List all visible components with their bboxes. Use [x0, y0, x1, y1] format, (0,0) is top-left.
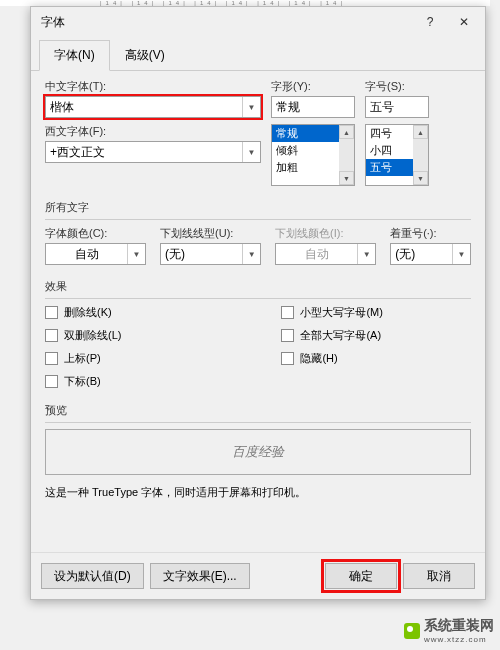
checkbox-icon [45, 329, 58, 342]
cancel-button[interactable]: 取消 [403, 563, 475, 589]
watermark-url: www.xtzz.com [424, 635, 494, 644]
checkbox-icon [281, 306, 294, 319]
preview-label: 预览 [45, 403, 471, 418]
effects-label: 效果 [45, 279, 471, 294]
font-color-value: 自动 [46, 246, 127, 263]
tabs: 字体(N) 高级(V) [31, 39, 485, 71]
hidden-checkbox[interactable]: 隐藏(H) [281, 351, 383, 366]
text-effects-button[interactable]: 文字效果(E)... [150, 563, 250, 589]
style-value: 常规 [272, 99, 354, 116]
underline-combo[interactable]: (无) ▼ [160, 243, 261, 265]
preview-sample: 百度经验 [232, 443, 284, 461]
underline-color-combo: 自动 ▼ [275, 243, 376, 265]
emphasis-label: 着重号(·): [390, 226, 471, 241]
dialog-title: 字体 [41, 14, 413, 31]
style-input[interactable]: 常规 [271, 96, 355, 118]
font-dialog: 字体 ? ✕ 字体(N) 高级(V) 中文字体(T): 楷体 ▼ 字形(Y): … [30, 6, 486, 600]
scroll-down-icon[interactable]: ▼ [413, 171, 428, 185]
help-button[interactable]: ? [413, 9, 447, 35]
logo-icon [404, 623, 420, 639]
scrollbar[interactable]: ▲ ▼ [339, 125, 354, 185]
watermark-text: 系统重装网 [424, 617, 494, 635]
underline-color-value: 自动 [276, 246, 357, 263]
cn-font-label: 中文字体(T): [45, 79, 261, 94]
chevron-down-icon[interactable]: ▼ [242, 244, 260, 264]
scroll-up-icon[interactable]: ▲ [339, 125, 354, 139]
underline-value: (无) [161, 246, 242, 263]
set-default-button[interactable]: 设为默认值(D) [41, 563, 144, 589]
ok-button[interactable]: 确定 [325, 563, 397, 589]
size-input[interactable]: 五号 [365, 96, 429, 118]
tab-advanced[interactable]: 高级(V) [110, 40, 180, 71]
chevron-down-icon[interactable]: ▼ [242, 97, 260, 117]
emphasis-value: (无) [391, 246, 452, 263]
subscript-checkbox[interactable]: 下标(B) [45, 374, 121, 389]
font-color-label: 字体颜色(C): [45, 226, 146, 241]
chevron-down-icon[interactable]: ▼ [242, 142, 260, 162]
scroll-down-icon[interactable]: ▼ [339, 171, 354, 185]
western-font-combo[interactable]: +西文正文 ▼ [45, 141, 261, 163]
cn-font-value: 楷体 [46, 99, 242, 116]
font-color-combo[interactable]: 自动 ▼ [45, 243, 146, 265]
western-font-label: 西文字体(F): [45, 124, 261, 139]
chevron-down-icon[interactable]: ▼ [452, 244, 470, 264]
checkbox-icon [45, 375, 58, 388]
scrollbar[interactable]: ▲ ▼ [413, 125, 428, 185]
scroll-up-icon[interactable]: ▲ [413, 125, 428, 139]
checkbox-icon [45, 306, 58, 319]
titlebar: 字体 ? ✕ [31, 7, 485, 37]
double-strike-checkbox[interactable]: 双删除线(L) [45, 328, 121, 343]
style-list[interactable]: 常规 倾斜 加粗 ▲ ▼ [271, 124, 355, 186]
style-label: 字形(Y): [271, 79, 355, 94]
size-label: 字号(S): [365, 79, 429, 94]
checkbox-icon [281, 329, 294, 342]
font-description: 这是一种 TrueType 字体，同时适用于屏幕和打印机。 [45, 485, 471, 500]
cn-font-combo[interactable]: 楷体 ▼ [45, 96, 261, 118]
underline-label: 下划线线型(U): [160, 226, 261, 241]
superscript-checkbox[interactable]: 上标(P) [45, 351, 121, 366]
underline-color-label: 下划线颜色(I): [275, 226, 376, 241]
checkbox-icon [45, 352, 58, 365]
preview-box: 百度经验 [45, 429, 471, 475]
all-text-label: 所有文字 [45, 200, 471, 215]
footer: 设为默认值(D) 文字效果(E)... 确定 取消 [31, 552, 485, 599]
tab-font[interactable]: 字体(N) [39, 40, 110, 71]
allcaps-checkbox[interactable]: 全部大写字母(A) [281, 328, 383, 343]
strike-checkbox[interactable]: 删除线(K) [45, 305, 121, 320]
emphasis-combo[interactable]: (无) ▼ [390, 243, 471, 265]
smallcaps-checkbox[interactable]: 小型大写字母(M) [281, 305, 383, 320]
checkbox-icon [281, 352, 294, 365]
watermark: 系统重装网 www.xtzz.com [404, 617, 494, 644]
western-font-value: +西文正文 [46, 144, 242, 161]
size-value: 五号 [366, 99, 428, 116]
chevron-down-icon[interactable]: ▼ [127, 244, 145, 264]
chevron-down-icon: ▼ [357, 244, 375, 264]
close-button[interactable]: ✕ [447, 9, 481, 35]
size-list[interactable]: 四号 小四 五号 ▲ ▼ [365, 124, 429, 186]
